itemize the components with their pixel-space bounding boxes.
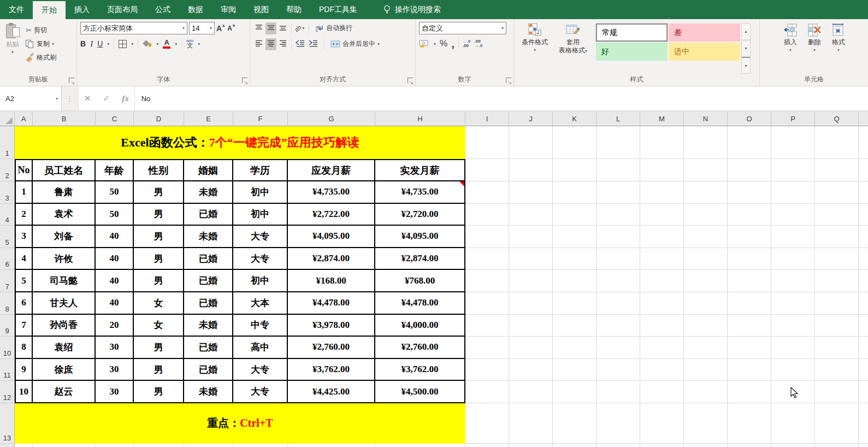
- row-header-1[interactable]: 1: [0, 126, 15, 159]
- cell-empty[interactable]: [640, 403, 684, 444]
- tab-data[interactable]: 数据: [179, 0, 212, 19]
- cell-empty[interactable]: [859, 126, 868, 159]
- cell-empty[interactable]: [553, 126, 597, 159]
- fill-color-button[interactable]: [143, 40, 152, 48]
- table-data-cell[interactable]: 男: [134, 226, 184, 248]
- row-header-12[interactable]: 12: [0, 381, 15, 403]
- table-data-cell[interactable]: 40: [96, 226, 134, 248]
- cell-empty[interactable]: [815, 403, 859, 444]
- banner-title-cell[interactable]: Excel函数公式：7个“一键完成”应用技巧解读: [15, 126, 465, 159]
- cell-empty[interactable]: [597, 359, 640, 381]
- column-header-L[interactable]: L: [597, 111, 640, 126]
- table-data-cell[interactable]: 40: [96, 248, 134, 270]
- table-header-cell[interactable]: 性别: [134, 159, 184, 181]
- column-header-K[interactable]: K: [553, 111, 597, 126]
- cell-empty[interactable]: [509, 315, 553, 337]
- table-data-cell[interactable]: ¥4,735.00: [288, 181, 375, 204]
- row-header-11[interactable]: 11: [0, 359, 15, 381]
- wrap-text-button[interactable]: abc 自动换行: [314, 22, 354, 34]
- cell-empty[interactable]: [640, 204, 684, 226]
- table-data-cell[interactable]: 1: [15, 181, 33, 204]
- cell-empty[interactable]: [815, 226, 859, 248]
- column-header-N[interactable]: N: [684, 111, 728, 126]
- row-header-5[interactable]: 5: [0, 226, 15, 248]
- cell-empty[interactable]: [233, 444, 288, 447]
- cell-empty[interactable]: [597, 204, 640, 226]
- column-header-F[interactable]: F: [233, 111, 288, 126]
- row-header-4[interactable]: 4: [0, 204, 15, 226]
- cell-empty[interactable]: [859, 315, 868, 337]
- table-data-cell[interactable]: 中专: [233, 315, 288, 337]
- accounting-format-caret[interactable]: ▾: [434, 42, 436, 46]
- cell-empty[interactable]: [728, 181, 771, 204]
- cell-empty[interactable]: [684, 315, 728, 337]
- table-data-cell[interactable]: 许攸: [33, 248, 96, 270]
- table-header-cell[interactable]: No: [15, 159, 33, 181]
- align-middle-icon[interactable]: [265, 22, 276, 34]
- cell-empty[interactable]: [684, 270, 728, 292]
- cell-empty[interactable]: [553, 226, 597, 248]
- align-left-icon[interactable]: [253, 38, 264, 50]
- cell-empty[interactable]: [509, 204, 553, 226]
- cell-empty[interactable]: [553, 204, 597, 226]
- cell-empty[interactable]: [771, 292, 815, 315]
- font-name-combo[interactable]: 方正小标宋简体▾: [80, 22, 187, 34]
- cell-empty[interactable]: [728, 381, 771, 403]
- cell-empty[interactable]: [815, 381, 859, 403]
- table-data-cell[interactable]: 男: [134, 248, 184, 270]
- cell-empty[interactable]: [859, 292, 868, 315]
- table-data-cell[interactable]: 20: [96, 315, 134, 337]
- cell-empty[interactable]: [640, 226, 684, 248]
- table-data-cell[interactable]: ¥4,478.00: [375, 292, 465, 315]
- tab-insert[interactable]: 插入: [66, 0, 98, 19]
- cell-empty[interactable]: [509, 270, 553, 292]
- cell-empty[interactable]: [640, 270, 684, 292]
- cell-empty[interactable]: [771, 159, 815, 181]
- table-data-cell[interactable]: 甘夫人: [33, 292, 96, 315]
- table-data-cell[interactable]: 女: [134, 292, 184, 315]
- format-cells-button[interactable]: 格式▾: [829, 22, 848, 74]
- confirm-entry-icon[interactable]: ✓: [103, 93, 110, 103]
- cell-empty[interactable]: [728, 270, 771, 292]
- table-data-cell[interactable]: 男: [134, 270, 184, 292]
- table-data-cell[interactable]: 已婚: [184, 337, 233, 359]
- table-data-cell[interactable]: 徐庶: [33, 359, 96, 381]
- cell-empty[interactable]: [728, 204, 771, 226]
- table-data-cell[interactable]: 大专: [233, 381, 288, 403]
- cell-empty[interactable]: [859, 159, 868, 181]
- align-center-icon[interactable]: [265, 38, 276, 50]
- paste-button[interactable]: 粘贴▾: [3, 22, 22, 64]
- font-color-caret[interactable]: ▾: [175, 42, 177, 46]
- cell-empty[interactable]: [684, 126, 728, 159]
- tab-formulas[interactable]: 公式: [146, 0, 179, 19]
- tab-review[interactable]: 审阅: [212, 0, 245, 19]
- cell-empty[interactable]: [96, 444, 134, 447]
- table-data-cell[interactable]: 已婚: [184, 359, 233, 381]
- tab-pdf-tools[interactable]: PDF工具集: [310, 0, 366, 19]
- number-format-combo[interactable]: 自定义▾: [419, 22, 506, 34]
- number-dialog-launcher[interactable]: [506, 78, 511, 83]
- table-data-cell[interactable]: 50: [96, 204, 134, 226]
- percent-style-button[interactable]: %: [440, 39, 447, 49]
- cell-empty[interactable]: [771, 226, 815, 248]
- table-data-cell[interactable]: ¥2,722.00: [288, 204, 375, 226]
- column-header-P[interactable]: P: [771, 111, 815, 126]
- column-header-H[interactable]: H: [375, 111, 465, 126]
- banner-footer-cell[interactable]: 重点：Ctrl+T: [15, 403, 465, 444]
- orientation-caret[interactable]: ▾: [302, 26, 304, 31]
- table-data-cell[interactable]: 7: [15, 315, 33, 337]
- cell-empty[interactable]: [684, 403, 728, 444]
- column-header-G[interactable]: G: [288, 111, 375, 126]
- table-header-cell[interactable]: 年龄: [96, 159, 134, 181]
- cell-empty[interactable]: [771, 403, 815, 444]
- table-data-cell[interactable]: 大本: [233, 292, 288, 315]
- cancel-entry-icon[interactable]: ✕: [84, 93, 91, 103]
- style-bad[interactable]: 差: [669, 23, 740, 42]
- table-data-cell[interactable]: 高中: [233, 337, 288, 359]
- cell-empty[interactable]: [134, 444, 184, 447]
- cell-empty[interactable]: [509, 403, 553, 444]
- gallery-scroll-up[interactable]: ▲: [741, 23, 751, 40]
- accounting-format-icon[interactable]: [419, 39, 430, 48]
- cell-empty[interactable]: [184, 444, 233, 447]
- cell-empty[interactable]: [553, 315, 597, 337]
